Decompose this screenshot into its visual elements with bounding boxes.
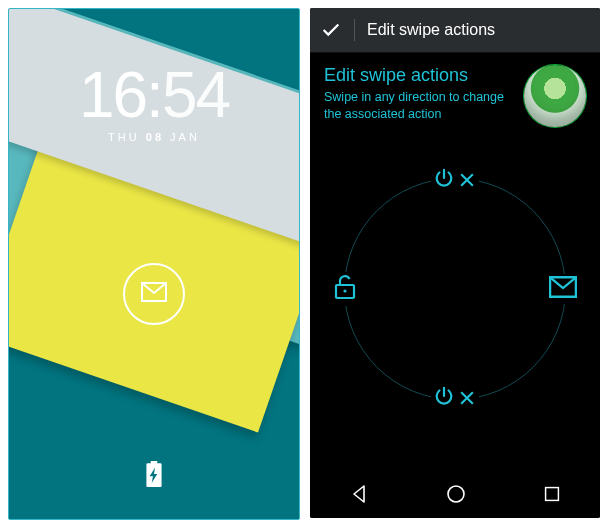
clock-sep: : bbox=[146, 63, 162, 127]
settings-phone: Edit swipe actions Edit swipe actions Sw… bbox=[310, 8, 600, 518]
clock-month: JAN bbox=[170, 131, 200, 143]
page-title: Edit swipe actions bbox=[324, 65, 514, 86]
gmail-icon bbox=[141, 282, 167, 306]
swipe-slot-right[interactable] bbox=[547, 274, 579, 304]
actionbar-title: Edit swipe actions bbox=[367, 21, 495, 39]
power-icon bbox=[433, 167, 455, 193]
clock-date: THU 08 JAN bbox=[9, 131, 299, 143]
swipe-handle[interactable] bbox=[123, 263, 185, 325]
page-header: Edit swipe actions Swipe in any directio… bbox=[310, 53, 600, 133]
action-bar: Edit swipe actions bbox=[310, 8, 600, 53]
lockscreen-phone: 16:54 THU 08 JAN bbox=[8, 8, 300, 520]
lockscreen-clock: 16:54 THU 08 JAN bbox=[9, 63, 299, 143]
clock-day: 08 bbox=[146, 131, 164, 143]
avatar[interactable] bbox=[524, 65, 586, 127]
clock-minutes: 54 bbox=[162, 63, 229, 127]
nav-bar bbox=[310, 474, 600, 518]
clock-time: 16:54 bbox=[9, 63, 299, 127]
back-button[interactable] bbox=[347, 482, 371, 510]
swipe-ring[interactable] bbox=[344, 178, 566, 400]
svg-point-2 bbox=[448, 486, 464, 502]
svg-rect-3 bbox=[546, 488, 559, 501]
home-button[interactable] bbox=[444, 482, 468, 510]
divider bbox=[354, 19, 355, 41]
recent-button[interactable] bbox=[541, 483, 563, 509]
power-icon bbox=[433, 385, 455, 411]
battery-charging-icon bbox=[146, 461, 162, 491]
close-icon[interactable] bbox=[457, 388, 477, 408]
swipe-slot-bottom[interactable] bbox=[431, 383, 479, 413]
done-button[interactable] bbox=[320, 19, 342, 41]
clock-weekday: THU bbox=[108, 131, 140, 143]
unlock-icon bbox=[333, 274, 357, 304]
swipe-slot-left[interactable] bbox=[331, 272, 359, 306]
svg-point-1 bbox=[343, 289, 346, 292]
gmail-icon bbox=[549, 276, 577, 302]
clock-hours: 16 bbox=[79, 63, 146, 127]
swipe-slot-top[interactable] bbox=[431, 165, 479, 195]
page-subtitle: Swipe in any direction to change the ass… bbox=[324, 89, 514, 123]
close-icon[interactable] bbox=[457, 170, 477, 190]
